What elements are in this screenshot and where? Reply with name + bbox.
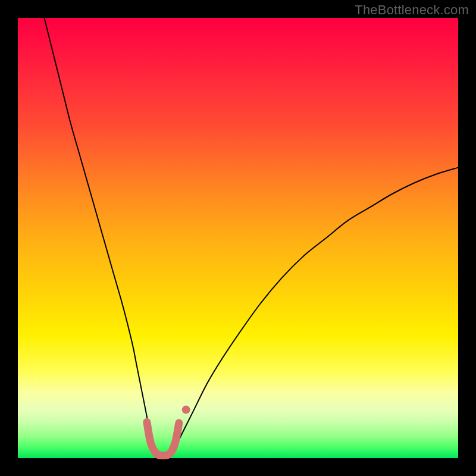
watermark-text: TheBottleneck.com [355, 2, 469, 18]
chart-frame: TheBottleneck.com [0, 0, 476, 476]
series-curve [44, 18, 458, 456]
series-trough-marker [147, 422, 179, 455]
chart-svg [18, 18, 458, 458]
series-trough-dot [182, 406, 190, 414]
